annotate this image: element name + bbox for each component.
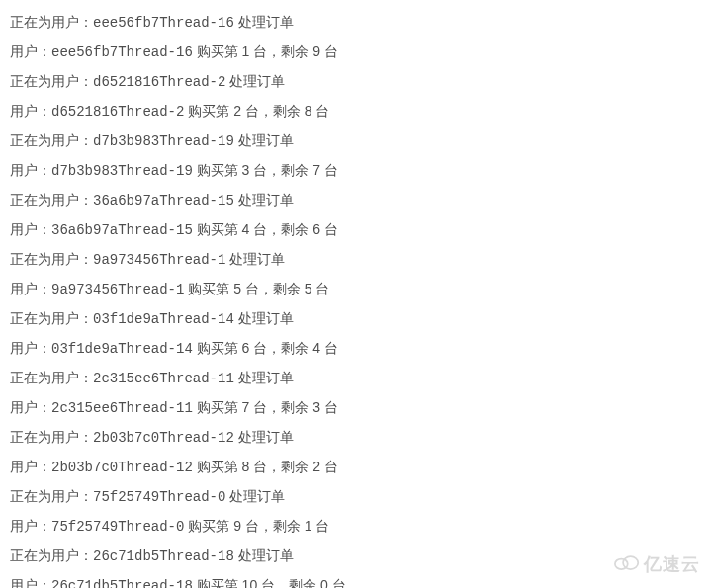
- watermark: 亿速云: [612, 552, 700, 576]
- log-line-processing: 正在为用户：03f1de9aThread-14 处理订单: [10, 304, 702, 334]
- log-line-purchase: 用户：26c71db5Thread-18 购买第 10 台，剩余 0 台: [10, 571, 702, 588]
- log-line-processing: 正在为用户：eee56fb7Thread-16 处理订单: [10, 8, 702, 38]
- log-line-purchase: 用户：03f1de9aThread-14 购买第 6 台，剩余 4 台: [10, 334, 702, 364]
- log-line-processing: 正在为用户：26c71db5Thread-18 处理订单: [10, 542, 702, 571]
- log-line-purchase: 用户：9a973456Thread-1 购买第 5 台，剩余 5 台: [10, 275, 702, 304]
- log-line-processing: 正在为用户：9a973456Thread-1 处理订单: [10, 245, 702, 275]
- log-line-processing: 正在为用户：2c315ee6Thread-11 处理订单: [10, 364, 702, 393]
- log-line-purchase: 用户：36a6b97aThread-15 购买第 4 台，剩余 6 台: [10, 215, 702, 245]
- log-line-purchase: 用户：d6521816Thread-2 购买第 2 台，剩余 8 台: [10, 97, 702, 126]
- log-line-purchase: 用户：d7b3b983Thread-19 购买第 3 台，剩余 7 台: [10, 156, 702, 186]
- log-line-processing: 正在为用户：36a6b97aThread-15 处理订单: [10, 186, 702, 215]
- log-line-purchase: 用户：eee56fb7Thread-16 购买第 1 台，剩余 9 台: [10, 38, 702, 67]
- log-line-processing: 正在为用户：2b03b7c0Thread-12 处理订单: [10, 423, 702, 453]
- svg-point-1: [623, 556, 638, 569]
- log-line-processing: 正在为用户：75f25749Thread-0 处理订单: [10, 482, 702, 512]
- log-line-purchase: 用户：75f25749Thread-0 购买第 9 台，剩余 1 台: [10, 512, 702, 542]
- log-line-purchase: 用户：2b03b7c0Thread-12 购买第 8 台，剩余 2 台: [10, 453, 702, 482]
- cloud-icon: [612, 553, 640, 576]
- watermark-text: 亿速云: [644, 552, 700, 576]
- log-line-processing: 正在为用户：d7b3b983Thread-19 处理订单: [10, 126, 702, 156]
- log-line-processing: 正在为用户：d6521816Thread-2 处理订单: [10, 67, 702, 97]
- log-line-purchase: 用户：2c315ee6Thread-11 购买第 7 台，剩余 3 台: [10, 393, 702, 423]
- console-log-output: 正在为用户：eee56fb7Thread-16 处理订单用户：eee56fb7T…: [0, 0, 712, 588]
